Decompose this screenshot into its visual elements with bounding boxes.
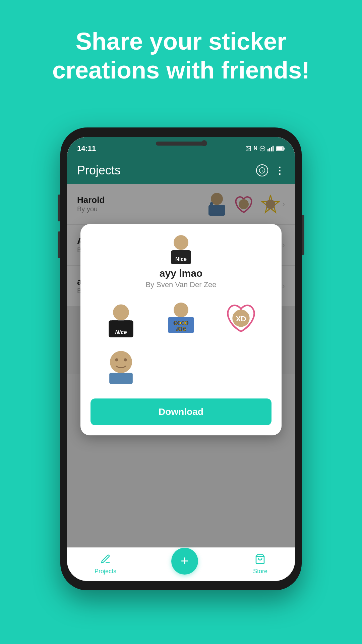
volume-button — [58, 195, 60, 221]
projects-icon — [100, 554, 111, 566]
status-bar: 14:11 N — [67, 137, 295, 157]
projects-title: Projects — [77, 163, 121, 177]
svg-text:GOOD: GOOD — [174, 320, 189, 326]
gallery-icon — [245, 146, 251, 152]
bottom-nav: Projects + Store — [67, 547, 295, 581]
store-icon — [255, 554, 265, 566]
svg-rect-5 — [269, 148, 270, 151]
store-nav-label: Store — [253, 568, 267, 575]
dnd-icon — [259, 146, 265, 152]
hero-title: Share your sticker creations with friend… — [0, 27, 362, 85]
signal-icon — [267, 146, 274, 152]
modal-stickers-grid: Nice GOOD JOB — [90, 296, 272, 388]
svg-rect-6 — [271, 147, 272, 151]
share-modal: Nice ayy lmao By Sven Van Der Zee — [80, 224, 282, 435]
more-icon[interactable]: ⋮ — [275, 165, 285, 176]
svg-text:Nice: Nice — [115, 329, 127, 335]
svg-point-33 — [174, 303, 188, 317]
svg-text:Nice: Nice — [175, 256, 187, 262]
phone-speaker — [156, 142, 206, 146]
modal-sticker-icon: Nice — [166, 234, 196, 264]
modal-pack-name: ayy lmao — [160, 268, 202, 279]
modal-sticker-2: GOOD JOB — [154, 296, 208, 339]
svg-rect-9 — [277, 147, 283, 150]
volume-button-2 — [58, 231, 60, 258]
nav-projects[interactable]: Projects — [95, 554, 116, 575]
svg-point-1 — [247, 147, 248, 148]
download-button[interactable]: Download — [90, 398, 272, 425]
svg-text:JOB: JOB — [176, 326, 186, 332]
modal-pack-by: By Sven Van Der Zee — [145, 280, 216, 289]
modal-sticker-1: Nice — [94, 296, 148, 339]
fab-button[interactable]: + — [171, 548, 198, 575]
phone-camera — [201, 140, 207, 146]
svg-rect-7 — [273, 146, 274, 152]
modal-sticker-4 — [94, 345, 148, 388]
status-icons: N — [245, 146, 285, 152]
info-icon[interactable] — [256, 164, 268, 176]
svg-text:XD: XD — [236, 315, 246, 323]
modal-sticker-3: XD — [214, 296, 268, 339]
svg-point-25 — [174, 235, 188, 250]
top-bar-actions: ⋮ — [256, 164, 285, 176]
phone-screen: 14:11 N Projects — [67, 137, 295, 581]
power-button — [302, 215, 304, 255]
nav-store[interactable]: Store — [253, 554, 267, 575]
svg-point-39 — [110, 351, 132, 373]
svg-point-28 — [113, 305, 129, 321]
svg-point-41 — [115, 358, 118, 361]
svg-rect-40 — [109, 373, 133, 384]
app-screen: 14:11 N Projects — [67, 137, 295, 581]
nfc-icon: N — [253, 146, 257, 152]
svg-rect-10 — [284, 148, 285, 150]
svg-rect-4 — [267, 149, 268, 152]
battery-icon — [276, 146, 285, 151]
fab-icon: + — [181, 553, 188, 569]
status-time: 14:11 — [77, 144, 96, 153]
phone-mockup: 14:11 N Projects — [60, 127, 302, 590]
projects-nav-label: Projects — [95, 568, 116, 575]
svg-point-42 — [124, 358, 127, 361]
app-top-bar: Projects ⋮ — [67, 157, 295, 184]
modal-header: Nice ayy lmao By Sven Van Der Zee — [90, 234, 272, 289]
